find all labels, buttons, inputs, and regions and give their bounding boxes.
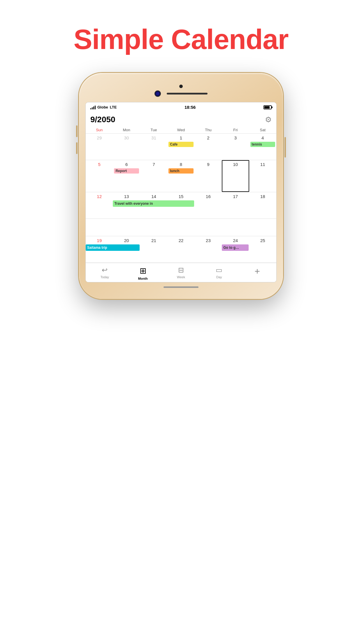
add-icon: + (254, 266, 260, 277)
nav-month-label: Month (138, 277, 148, 280)
phone-shell: Globe LTE 18:56 9/2050 ⚙ Sun Mon Tue Wed… (79, 73, 283, 299)
cell-25[interactable]: 25 (249, 236, 276, 262)
cell-1[interactable]: 1 Cafe (167, 134, 194, 160)
day-header-wed: Wed (167, 127, 194, 133)
signal-bar-1 (90, 108, 91, 109)
cell-5[interactable]: 5 (86, 160, 113, 192)
week-icon: ⊟ (178, 266, 184, 274)
phone-bottom (85, 282, 277, 290)
cell-21[interactable]: 21 (140, 236, 167, 262)
week-2: 5 6 Report 7 8 lunch 9 (86, 160, 276, 192)
cell-8[interactable]: 8 lunch (167, 160, 194, 192)
day-header-thu: Thu (195, 127, 222, 133)
week-4-wrapper: 19 20 21 22 23 24 (86, 236, 276, 263)
spacer-row (86, 219, 276, 236)
cell-11[interactable]: 11 (249, 160, 276, 192)
cell-6[interactable]: 6 Report (113, 160, 140, 192)
cell-17[interactable]: 17 (222, 192, 249, 218)
event-saitama: Saitama trip (86, 244, 140, 251)
cell-7[interactable]: 7 (140, 160, 167, 192)
signal-bars (90, 105, 96, 109)
event-lunch: lunch (168, 168, 193, 174)
network-type: LTE (110, 105, 117, 109)
cell-9[interactable]: 9 (195, 160, 222, 192)
event-cafe: Cafe (168, 142, 193, 147)
day-headers: Sun Mon Tue Wed Thu Fri Sat (86, 127, 276, 134)
nav-day[interactable]: ▭ Day (200, 263, 238, 282)
day-header-mon: Mon (113, 127, 140, 133)
nav-today[interactable]: ↩ Today (86, 263, 124, 282)
home-indicator (164, 286, 198, 288)
cell-18[interactable]: 18 (249, 192, 276, 218)
cell-30[interactable]: 30 (113, 134, 140, 160)
day-icon: ▭ (216, 266, 222, 274)
week-2-wrapper: 5 6 Report 7 8 lunch 9 (86, 160, 276, 192)
cell-16[interactable]: 16 (195, 192, 222, 218)
bottom-nav: ↩ Today ⊞ Month ⊟ Week ▭ Day + (86, 263, 276, 282)
volume-down-btn[interactable] (76, 142, 78, 154)
signal-bar-2 (92, 107, 93, 109)
cell-4[interactable]: 4 tennis (249, 134, 276, 160)
side-buttons-left (76, 125, 78, 154)
earpiece (167, 93, 208, 94)
phone-screen: Globe LTE 18:56 9/2050 ⚙ Sun Mon Tue Wed… (85, 102, 277, 282)
event-report: Report (114, 168, 139, 174)
power-btn[interactable] (284, 137, 286, 158)
calendar-month-title[interactable]: 9/2050 (90, 115, 115, 124)
nav-month[interactable]: ⊞ Month (124, 263, 162, 282)
cell-31[interactable]: 31 (140, 134, 167, 160)
nav-today-label: Today (101, 275, 109, 279)
status-left: Globe LTE (90, 105, 117, 109)
app-title: Simple Calendar (73, 23, 288, 55)
volume-up-btn[interactable] (76, 125, 78, 137)
signal-bar-4 (95, 106, 96, 109)
day-header-tue: Tue (140, 127, 167, 133)
month-icon: ⊞ (140, 266, 146, 276)
day-header-sat: Sat (249, 127, 276, 133)
battery-fill (264, 106, 270, 108)
battery-icon (263, 105, 272, 109)
day-header-fri: Fri (222, 127, 249, 133)
cell-2[interactable]: 2 (195, 134, 222, 160)
side-button-right (284, 137, 286, 158)
cell-22[interactable]: 22 (167, 236, 194, 262)
cell-3[interactable]: 3 (222, 134, 249, 160)
phone-top (85, 82, 277, 102)
status-bar: Globe LTE 18:56 (86, 102, 276, 112)
cell-12[interactable]: 12 (86, 192, 113, 218)
event-tennis: tennis (250, 142, 275, 147)
front-camera (154, 90, 161, 97)
event-goto: Go to g… (222, 244, 248, 251)
speaker-dot (179, 85, 183, 88)
week-1: 29 30 31 1 Cafe 2 (86, 134, 276, 160)
week-1-wrapper: 29 30 31 1 Cafe 2 (86, 134, 276, 160)
status-time: 18:56 (184, 105, 196, 110)
nav-week-label: Week (177, 275, 185, 279)
cell-29[interactable]: 29 (86, 134, 113, 160)
signal-bar-3 (93, 106, 94, 109)
day-header-sun: Sun (86, 127, 113, 133)
carrier-name: Globe (97, 105, 108, 109)
calendar-header: 9/2050 ⚙ (86, 112, 276, 127)
nav-week[interactable]: ⊟ Week (162, 263, 200, 282)
event-travel: Travel with everyone in (113, 200, 194, 207)
cell-10-today[interactable]: 10 (222, 160, 249, 192)
week-3-wrapper: 12 13 14 15 16 17 (86, 192, 276, 219)
calendar-grid: 29 30 31 1 Cafe 2 (86, 134, 276, 263)
nav-day-label: Day (216, 275, 222, 279)
cell-23[interactable]: 23 (195, 236, 222, 262)
today-icon: ↩ (102, 266, 108, 274)
settings-icon[interactable]: ⚙ (265, 115, 272, 124)
nav-add[interactable]: + (238, 263, 276, 282)
